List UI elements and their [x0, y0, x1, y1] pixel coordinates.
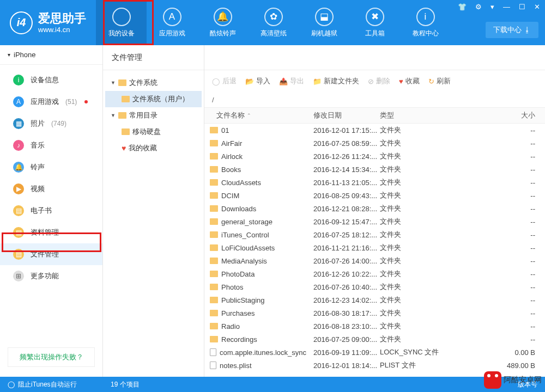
nav-apple[interactable]: 我的设备	[96, 0, 147, 45]
status-bar: ◯阻止iTunes自动运行 19 个项目 版本号	[0, 377, 545, 392]
file-row[interactable]: Recordings2016-07-25 09:00:...文件夹--	[204, 333, 545, 346]
file-name: MediaAnalysis	[221, 257, 267, 265]
col-header-date[interactable]: 修改日期	[313, 111, 380, 120]
folder-icon	[210, 323, 218, 329]
refresh-button[interactable]: ↻刷新	[428, 76, 451, 86]
sort-asc-icon: ⌃	[247, 113, 251, 118]
file-size: 489.00 B	[473, 362, 545, 370]
nav-label: 酷炫铃声	[210, 29, 236, 38]
file-date: 2016-07-25 09:00:...	[313, 335, 380, 344]
nav-label: 高清壁纸	[261, 29, 287, 38]
sidebar-item-应用游戏[interactable]: A应用游戏 (51)	[0, 91, 102, 113]
download-center-button[interactable]: 下载中心 ⭳	[486, 22, 538, 38]
tab-file-management[interactable]: 文件管理	[103, 45, 204, 70]
sidebar-item-设备信息[interactable]: i设备信息	[0, 69, 102, 91]
col-header-size[interactable]: 大小	[473, 111, 545, 120]
sidebar-icon: 🔔	[13, 162, 24, 173]
heart-icon: ♥	[122, 144, 126, 152]
file-row[interactable]: LoFiCloudAssets2016-11-21 21:16:...文件夹--	[204, 241, 545, 254]
tree-my-favorites[interactable]: ♥我的收藏	[105, 140, 202, 156]
chevron-down-icon: ▾	[8, 52, 10, 58]
file-row[interactable]: Books2016-12-14 15:34:...文件夹--	[204, 163, 545, 176]
nav-info[interactable]: i教程中心	[400, 0, 451, 45]
sidebar-item-电子书[interactable]: ▤电子书	[0, 200, 102, 222]
file-row[interactable]: PublicStaging2016-12-23 14:02:...文件夹--	[204, 293, 545, 307]
file-row[interactable]: DCIM2016-08-25 09:43:...文件夹--	[204, 189, 545, 202]
refresh-icon: ↻	[428, 77, 434, 85]
col-header-name[interactable]: 文件名称⌃	[204, 111, 313, 120]
skin-icon[interactable]: 👕	[456, 2, 468, 11]
file-size: --	[473, 335, 545, 344]
sidebar-label: 设备信息	[31, 75, 59, 85]
sidebar-item-音乐[interactable]: ♪音乐	[0, 134, 102, 156]
file-type: 文件夹	[380, 191, 473, 200]
back-icon: ◯	[212, 77, 220, 85]
sidebar-label: 铃声	[31, 162, 45, 172]
menu-icon[interactable]: ▾	[489, 2, 496, 11]
sidebar-item-照片[interactable]: ▦照片 (749)	[0, 113, 102, 134]
file-row[interactable]: MediaAnalysis2016-07-26 14:00:...文件夹--	[204, 254, 545, 267]
sidebar-item-资料管理[interactable]: ▤资料管理	[0, 222, 102, 243]
maximize-icon[interactable]: ☐	[517, 2, 527, 11]
file-type: 文件夹	[380, 282, 473, 292]
file-row[interactable]: 012016-12-01 17:15:...文件夹--	[204, 124, 545, 137]
nav-bell[interactable]: 🔔酷炫铃声	[197, 0, 248, 45]
path-bar[interactable]: /	[204, 92, 545, 107]
file-row[interactable]: com.apple.itunes.lock_sync2016-09-19 11:…	[204, 346, 545, 359]
tree-mobile-disk[interactable]: 移动硬盘	[105, 124, 202, 140]
flower-icon: ✿	[264, 8, 283, 26]
file-name: PhotoData	[221, 270, 255, 278]
file-size: --	[473, 152, 545, 161]
file-row[interactable]: PhotoData2016-12-26 10:22:...文件夹--	[204, 267, 545, 280]
col-header-type[interactable]: 类型	[380, 111, 473, 120]
sidebar: ▾ iPhone i设备信息 A应用游戏 (51)▦照片 (749)♪音乐 🔔铃…	[0, 45, 103, 377]
file-row[interactable]: iTunes_Control2016-07-25 18:12:...文件夹--	[204, 228, 545, 241]
folder-icon	[210, 192, 218, 199]
tree-file-system-user[interactable]: 文件系统（用户）	[105, 91, 202, 107]
sidebar-item-视频[interactable]: ▶视频	[0, 178, 102, 200]
folder-icon	[210, 218, 218, 225]
sidebar-item-更多功能[interactable]: ⊞更多功能	[0, 265, 102, 287]
nav-apps[interactable]: A应用游戏	[147, 0, 197, 45]
close-icon[interactable]: ✕	[532, 2, 542, 11]
watermark-text: 阿酷安卓网	[504, 375, 542, 385]
file-name: CloudAssets	[221, 179, 261, 187]
app-url: www.i4.cn	[38, 26, 86, 34]
file-type: 文件夹	[380, 204, 473, 213]
file-row[interactable]: AirFair2016-07-25 08:59:...文件夹--	[204, 137, 545, 150]
folder-icon	[118, 79, 126, 86]
tree-panel: 文件管理 ▼文件系统 文件系统（用户） ▼常用目录 移动硬盘 ♥我的收藏	[103, 45, 204, 377]
tree-file-system[interactable]: ▼文件系统	[105, 75, 202, 91]
file-date: 2016-07-25 08:59:...	[313, 139, 380, 148]
file-row[interactable]: CloudAssets2016-11-13 21:05:...文件夹--	[204, 176, 545, 189]
file-row[interactable]: Photos2016-07-26 10:40:...文件夹--	[204, 280, 545, 293]
file-row[interactable]: Purchases2016-08-30 18:17:...文件夹--	[204, 307, 545, 320]
file-date: 2016-08-18 23:10:...	[313, 322, 380, 330]
sidebar-item-铃声[interactable]: 🔔铃声	[0, 156, 102, 178]
new-folder-button[interactable]: 📁新建文件夹	[313, 76, 359, 86]
folder-icon	[210, 205, 218, 212]
nav-flower[interactable]: ✿高清壁纸	[248, 0, 299, 45]
help-link[interactable]: 频繁出现操作失败？	[8, 347, 95, 367]
itunes-block-toggle[interactable]: ◯阻止iTunes自动运行	[8, 380, 111, 389]
sidebar-item-文件管理[interactable]: ▤文件管理	[0, 243, 102, 265]
sidebar-icon: ▦	[13, 118, 24, 129]
nav-tools[interactable]: ✖工具箱	[349, 0, 400, 45]
tree-label: 常用目录	[129, 111, 158, 120]
file-row[interactable]: Radio2016-08-18 23:10:...文件夹--	[204, 320, 545, 333]
toolbar	[204, 45, 545, 70]
device-selector[interactable]: ▾ iPhone	[0, 45, 102, 65]
file-row[interactable]: notes.plist2016-12-01 18:14:...PLIST 文件4…	[204, 359, 545, 372]
tree-common-dirs[interactable]: ▼常用目录	[105, 107, 202, 124]
file-name: Purchases	[221, 309, 255, 317]
minimize-icon[interactable]: —	[501, 2, 512, 11]
gear-icon[interactable]: ⚙	[474, 2, 483, 11]
file-row[interactable]: general_storage2016-09-12 15:47:...文件夹--	[204, 215, 545, 228]
favorite-button[interactable]: ♥收藏	[399, 76, 420, 86]
file-size: --	[473, 205, 545, 213]
nav-box[interactable]: ⬓刷机越狱	[299, 0, 349, 45]
import-button[interactable]: 📂导入	[245, 76, 270, 86]
file-row[interactable]: Downloads2016-12-21 08:28:...文件夹--	[204, 202, 545, 215]
sidebar-icon: ⊞	[13, 271, 24, 281]
file-row[interactable]: Airlock2016-12-26 11:24:...文件夹--	[204, 150, 545, 163]
